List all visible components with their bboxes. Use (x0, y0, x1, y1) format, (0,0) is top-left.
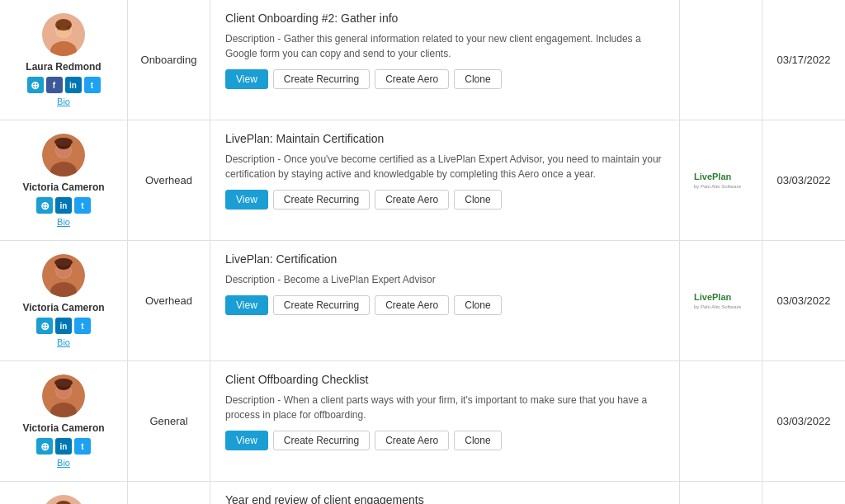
category-column: General (128, 361, 210, 481)
create-aero-button[interactable]: Create Aero (375, 69, 449, 89)
button-group: ViewCreate RecurringCreate AeroClone (225, 190, 664, 210)
user-column: Victoria Cameron⊕intBio (0, 120, 128, 240)
li-icon[interactable]: in (55, 438, 72, 455)
button-group: ViewCreate RecurringCreate AeroClone (225, 295, 664, 315)
create-aero-button[interactable]: Create Aero (375, 295, 449, 315)
liveplan-logo: LivePlan by Palo Alto Software (692, 168, 750, 193)
globe-icon[interactable]: ⊕ (36, 197, 53, 214)
create-recurring-button[interactable]: Create Recurring (273, 69, 370, 89)
create-recurring-button[interactable]: Create Recurring (273, 295, 370, 315)
svg-point-6 (67, 26, 70, 31)
content-column: Client Onboarding #2: Gather infoDescrip… (210, 0, 680, 120)
logo-column (680, 361, 762, 481)
avatar (42, 134, 85, 177)
date-column: 03/17/2022 (762, 0, 845, 120)
social-icons: ⊕fint (27, 77, 101, 93)
svg-point-12 (54, 138, 73, 146)
view-button[interactable]: View (225, 295, 268, 315)
svg-point-20 (54, 258, 73, 266)
date-column: 03/03/2022 (762, 241, 845, 360)
tw-icon[interactable]: t (74, 318, 91, 334)
date-column: 03/03/2022 (762, 361, 845, 481)
create-aero-button[interactable]: Create Aero (375, 190, 449, 210)
content-description: Description - Once you've become certifi… (225, 152, 664, 181)
user-name: Laura Redmond (26, 61, 101, 73)
table-row: Victoria Cameron⊕intBioOverheadLivePlan:… (0, 120, 845, 241)
svg-text:LivePlan: LivePlan (694, 172, 732, 181)
content-title: LivePlan: Certification (225, 252, 664, 266)
content-column: LivePlan: CertificationDescription - Bec… (210, 241, 680, 360)
user-column: Laura Redmond⊕fintBio (0, 0, 128, 120)
tw-icon[interactable]: t (74, 438, 91, 455)
view-button[interactable]: View (225, 431, 268, 450)
clone-button[interactable]: Clone (454, 69, 501, 89)
category-column: Overhead (128, 241, 210, 360)
globe-icon[interactable]: ⊕ (36, 438, 53, 455)
content-title: LivePlan: Maintain Certification (225, 132, 664, 145)
globe-icon[interactable]: ⊕ (27, 77, 44, 93)
category-column: Onboarding (128, 0, 210, 120)
table-row: Victoria Cameron⊕intBioOverheadLivePlan:… (0, 241, 845, 361)
create-recurring-button[interactable]: Create Recurring (273, 431, 370, 450)
bio-link[interactable]: Bio (57, 97, 70, 106)
button-group: ViewCreate RecurringCreate AeroClone (225, 431, 664, 450)
content-description: Description - When a client parts ways w… (225, 393, 664, 422)
user-name: Victoria Cameron (22, 181, 104, 193)
svg-text:by Palo Alto Software: by Palo Alto Software (694, 304, 742, 309)
svg-point-5 (57, 26, 60, 31)
clone-button[interactable]: Clone (454, 295, 501, 315)
category-column: General (128, 482, 210, 504)
content-title: Client Offboarding Checklist (225, 373, 664, 386)
table-row: Laura Redmond⊕fintBioOnboardingClient On… (0, 0, 845, 120)
svg-text:LivePlan: LivePlan (694, 292, 732, 302)
social-icons: ⊕int (36, 197, 91, 214)
svg-point-28 (54, 379, 73, 387)
clone-button[interactable]: Clone (454, 190, 501, 210)
avatar (42, 495, 85, 504)
content-title: Year end review of client engagements (225, 493, 664, 504)
li-icon[interactable]: in (65, 77, 82, 93)
content-column: Client Offboarding ChecklistDescription … (210, 361, 680, 481)
create-recurring-button[interactable]: Create Recurring (273, 190, 370, 210)
user-name: Victoria Cameron (22, 302, 104, 313)
bio-link[interactable]: Bio (57, 458, 70, 468)
content-description: Description - Become a LivePlan Expert A… (225, 272, 664, 287)
view-button[interactable]: View (225, 190, 268, 210)
avatar (42, 374, 85, 417)
tw-icon[interactable]: t (74, 197, 91, 214)
li-icon[interactable]: in (55, 197, 72, 214)
user-column: Laura Redmond⊕fintBio (0, 482, 128, 504)
content-column: Year end review of client engagementsDes… (210, 482, 680, 504)
user-name: Victoria Cameron (22, 422, 104, 434)
workflow-table: Laura Redmond⊕fintBioOnboardingClient On… (0, 0, 845, 504)
social-icons: ⊕int (36, 438, 91, 455)
svg-text:by Palo Alto Software: by Palo Alto Software (694, 184, 742, 189)
content-column: LivePlan: Maintain CertificationDescript… (210, 120, 680, 240)
bio-link[interactable]: Bio (57, 217, 70, 227)
clone-button[interactable]: Clone (454, 431, 501, 450)
globe-icon[interactable]: ⊕ (36, 318, 53, 334)
li-icon[interactable]: in (55, 318, 72, 334)
user-column: Victoria Cameron⊕intBio (0, 361, 128, 481)
logo-column: LivePlan by Palo Alto Software (680, 241, 762, 360)
social-icons: ⊕int (36, 318, 91, 334)
view-button[interactable]: View (225, 69, 268, 89)
content-title: Client Onboarding #2: Gather info (225, 12, 664, 25)
date-column: 03/03/2022 (762, 120, 845, 240)
tw-icon[interactable]: t (84, 77, 101, 93)
logo-column (680, 0, 762, 120)
liveplan-logo: LivePlan by Palo Alto Software (692, 289, 750, 313)
table-row: Laura Redmond⊕fintBioGeneralYear end rev… (0, 482, 845, 504)
user-column: Victoria Cameron⊕intBio (0, 241, 128, 360)
bio-link[interactable]: Bio (57, 337, 70, 347)
fb-icon[interactable]: f (46, 77, 63, 93)
avatar (42, 13, 85, 56)
button-group: ViewCreate RecurringCreate AeroClone (225, 69, 664, 89)
content-description: Description - Gather this general inform… (225, 31, 664, 61)
category-column: Overhead (128, 120, 210, 240)
table-row: Victoria Cameron⊕intBioGeneralClient Off… (0, 361, 845, 482)
create-aero-button[interactable]: Create Aero (375, 431, 449, 450)
date-column: 03/03/2022 (762, 482, 845, 504)
logo-column: LivePlan by Palo Alto Software (680, 120, 762, 240)
avatar (42, 254, 85, 297)
